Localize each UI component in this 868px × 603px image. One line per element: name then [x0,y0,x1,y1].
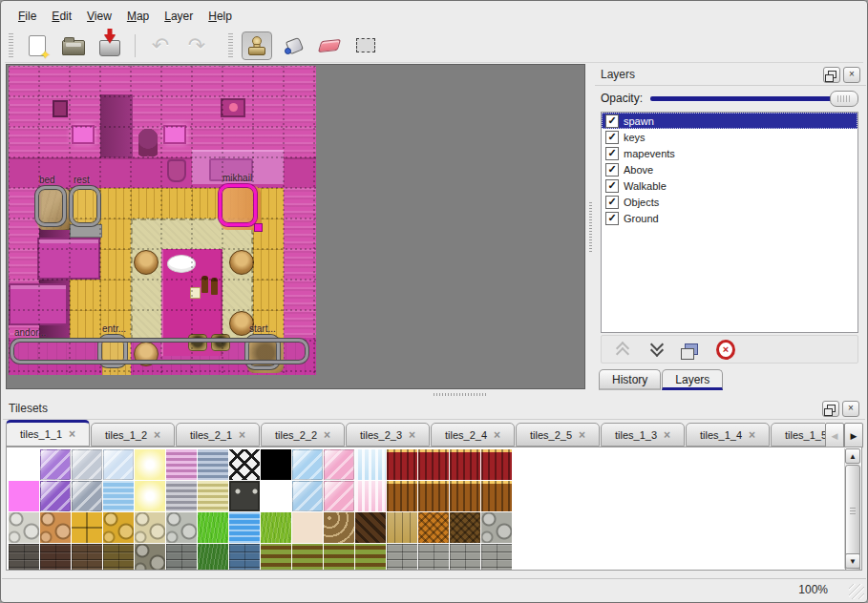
tileset-tile-r2c7[interactable] [229,512,260,543]
layer-row-mapevents[interactable]: ✓mapevents [602,145,857,161]
tileset-tile-r0c9[interactable] [292,449,323,480]
scroll-tabs-left-button[interactable]: ◀ [825,423,844,448]
tileset-tile-r0c5[interactable] [166,449,197,480]
map-object-rest[interactable] [70,186,100,226]
dock-tab-layers[interactable]: Layers [662,369,723,390]
tileset-tile-r3c3[interactable] [103,544,134,571]
tileset-tile-r3c0[interactable] [9,544,39,571]
tileset-tile-r2c4[interactable] [135,512,165,543]
tileset-tile-r3c9[interactable] [292,544,323,571]
tileset-tile-r1c6[interactable] [198,481,228,511]
tileset-tab-tiles_2_1[interactable]: tiles_2_1× [176,423,260,447]
tileset-tile-r0c13[interactable] [418,449,449,480]
menu-file[interactable]: File [11,8,44,25]
new-map-button[interactable]: ✦ [22,31,53,60]
layer-visibility-checkbox[interactable]: ✓ [605,131,619,144]
stamp-brush-button[interactable] [242,31,272,60]
tileset-tile-r0c6[interactable] [198,449,228,480]
tileset-tile-r0c0[interactable] [9,449,39,480]
tileset-tab-tiles_2_3[interactable]: tiles_2_3× [346,423,430,447]
object-resize-handle[interactable] [254,223,263,232]
tileset-tile-r0c1[interactable] [40,449,71,480]
layers-close-button[interactable]: × [843,67,860,83]
tileset-tile-r2c14[interactable] [450,512,480,543]
delete-layer-button[interactable]: × [716,340,735,359]
raise-layer-button[interactable] [613,340,632,359]
tileset-tile-r0c15[interactable] [481,449,512,480]
tileset-tile-r2c15[interactable] [481,512,512,543]
tileset-tile-r3c11[interactable] [355,544,386,571]
tileset-tab-tiles_2_4[interactable]: tiles_2_4× [431,423,515,447]
layer-list[interactable]: ✓spawn✓keys✓mapevents✓Above✓Walkable✓Obj… [601,112,858,333]
tileset-tile-r2c10[interactable] [324,512,354,543]
tileset-tile-r2c8[interactable] [261,512,291,543]
tileset-tile-r2c12[interactable] [387,512,417,543]
tab-close-icon[interactable]: × [579,428,585,442]
tab-close-icon[interactable]: × [154,428,160,442]
tileset-tile-r0c7[interactable] [229,449,260,480]
tab-close-icon[interactable]: × [69,427,75,441]
tileset-tile-r2c0[interactable] [9,512,39,543]
tileset-tile-r2c13[interactable] [418,512,449,543]
tileset-tile-r1c0[interactable] [9,481,39,511]
map-object-bed[interactable] [35,186,66,226]
tileset-tile-r3c5[interactable] [166,544,197,571]
tab-close-icon[interactable]: × [494,428,500,442]
tileset-tile-r1c4[interactable] [135,481,165,511]
tileset-tile-r2c1[interactable] [40,512,71,543]
tileset-tile-r3c7[interactable] [229,544,260,571]
tileset-tile-r0c14[interactable] [450,449,480,480]
map-object-andor[interactable] [11,339,308,364]
tileset-tile-r1c2[interactable] [72,481,102,511]
menu-edit[interactable]: Edit [44,8,79,25]
tileset-tile-r3c8[interactable] [261,544,291,571]
scroll-down-button[interactable]: ▼ [845,553,860,569]
tab-close-icon[interactable]: × [324,428,330,442]
map-object-mikhail[interactable] [219,184,257,226]
eraser-button[interactable] [314,31,345,60]
tileset-tab-tiles_1_3[interactable]: tiles_1_3× [601,423,685,447]
tileset-tile-r1c10[interactable] [324,481,354,511]
tileset-tile-r1c9[interactable] [292,481,323,511]
tileset-tab-tiles_2_5[interactable]: tiles_2_5× [516,423,600,447]
opacity-slider[interactable] [650,90,858,107]
layer-row-Objects[interactable]: ✓Objects [602,194,857,210]
tileset-tab-tiles_1_5[interactable]: tiles_1_5× [771,423,825,447]
tileset-tile-r0c2[interactable] [72,449,102,480]
rect-select-button[interactable] [350,31,381,60]
undo-button[interactable]: ↶ [145,31,176,60]
tileset-tile-r1c7[interactable] [229,481,260,511]
opacity-slider-handle[interactable] [830,91,858,107]
tileset-tile-r2c9[interactable] [292,512,323,543]
layer-row-spawn[interactable]: ✓spawn [602,113,857,129]
layer-visibility-checkbox[interactable]: ✓ [605,179,619,193]
open-button[interactable] [58,31,89,60]
tileset-view[interactable]: ▲ ▼ [6,447,862,571]
layers-float-button[interactable] [823,67,840,83]
tileset-tab-tiles_1_1[interactable]: tiles_1_1× [6,420,90,447]
tileset-tile-r0c12[interactable] [387,449,417,480]
tileset-tile-r3c13[interactable] [418,544,449,571]
map-viewport[interactable]: bedrestmikhailstart...entr...andor... [6,64,585,389]
tileset-tab-tiles_1_4[interactable]: tiles_1_4× [686,423,770,447]
tileset-tile-r0c11[interactable] [355,449,386,480]
tileset-tab-tiles_1_2[interactable]: tiles_1_2× [91,423,175,447]
tileset-tile-r1c14[interactable] [450,481,480,511]
menu-help[interactable]: Help [201,8,240,25]
layer-visibility-checkbox[interactable]: ✓ [605,163,619,177]
layer-visibility-checkbox[interactable]: ✓ [605,212,619,225]
tileset-tile-r2c6[interactable] [198,512,228,543]
bucket-fill-button[interactable] [278,31,308,60]
duplicate-layer-button[interactable] [682,340,701,359]
save-button[interactable] [95,31,125,60]
lower-layer-button[interactable] [647,340,667,359]
tileset-scrollbar[interactable]: ▲ ▼ [844,448,860,569]
tileset-tile-r1c12[interactable] [387,481,417,511]
tab-close-icon[interactable]: × [409,428,415,442]
vertical-splitter[interactable] [586,64,595,389]
dock-tab-history[interactable]: History [599,369,661,390]
layer-row-keys[interactable]: ✓keys [602,129,857,145]
layer-row-Above[interactable]: ✓Above [602,161,857,177]
tileset-tile-r1c3[interactable] [103,481,134,511]
tileset-tile-r2c3[interactable] [103,512,134,543]
